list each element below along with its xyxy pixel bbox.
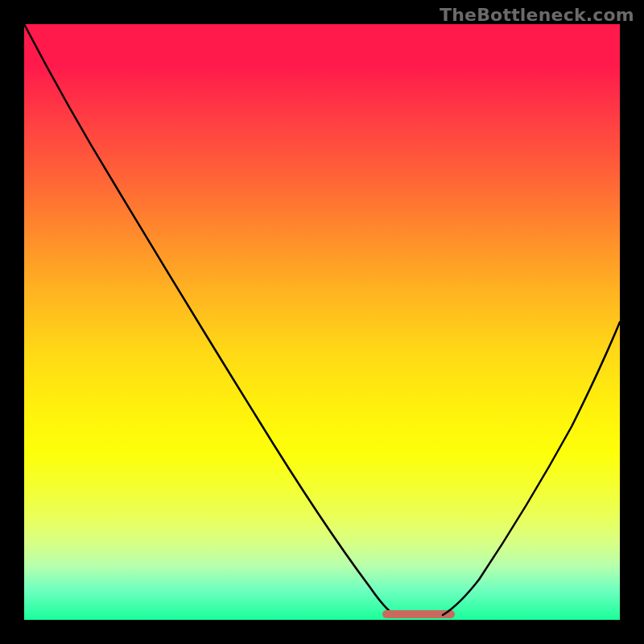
curve-left: [24, 24, 394, 615]
watermark-text: TheBottleneck.com: [440, 5, 634, 25]
curve-right: [443, 322, 620, 615]
chart-svg: [24, 24, 620, 620]
